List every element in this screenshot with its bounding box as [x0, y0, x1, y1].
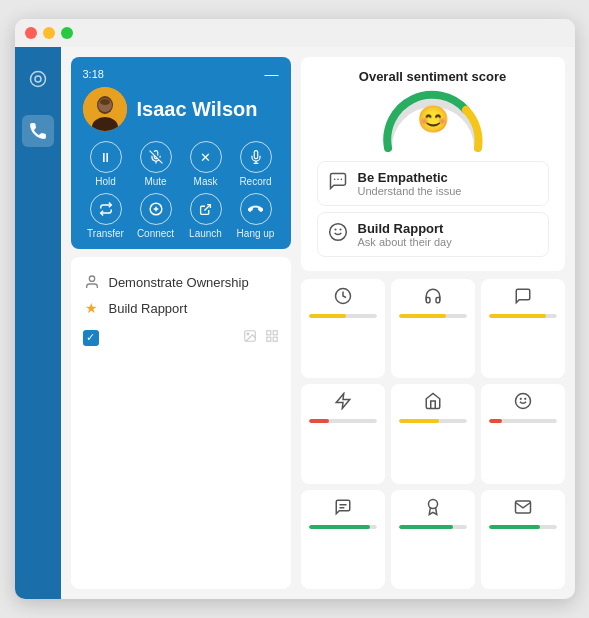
- metric-email: [481, 490, 565, 589]
- sidebar-icon-phone[interactable]: [22, 115, 54, 147]
- right-panel: Overall sentiment score 😊: [301, 57, 565, 589]
- metrics-grid: [301, 279, 565, 589]
- smile-icon: [514, 392, 532, 415]
- svg-point-6: [100, 99, 110, 105]
- sentiment-card: Overall sentiment score 😊: [301, 57, 565, 271]
- email-bar: [489, 525, 557, 529]
- svg-point-1: [35, 76, 41, 82]
- suggestions-footer: ✓: [83, 329, 279, 346]
- metric-badge: [391, 490, 475, 589]
- metric-chat: [481, 279, 565, 378]
- gauge-container: 😊: [378, 90, 488, 155]
- suggestion-rapport-label: Build Rapport: [109, 301, 188, 316]
- badge-bar: [399, 525, 467, 529]
- mask-icon: ✕: [190, 141, 222, 173]
- home-metric-icon: [424, 392, 442, 415]
- caller-info: Isaac Wilson: [83, 87, 279, 131]
- metric-bolt: [301, 384, 385, 483]
- rapport-text: Build Rapport Ask about their day: [358, 221, 452, 248]
- left-panel: 3:18 — Isaac: [71, 57, 291, 589]
- launch-icon: [190, 193, 222, 225]
- svg-point-15: [89, 276, 94, 281]
- suggestion-item-rapport: ★ Build Rapport: [83, 295, 279, 321]
- svg-rect-19: [273, 331, 277, 335]
- suggestion-item-ownership: Demonstrate Ownership: [83, 269, 279, 295]
- metric-headset: [391, 279, 475, 378]
- rapport-star-icon: ★: [83, 299, 101, 317]
- svg-point-30: [428, 499, 437, 508]
- metric-time: [301, 279, 385, 378]
- hangup-button[interactable]: Hang up: [233, 193, 279, 239]
- svg-point-17: [247, 333, 249, 335]
- mask-label: Mask: [194, 176, 218, 187]
- call-timer-dash: —: [265, 67, 279, 81]
- headset-icon: [424, 287, 442, 310]
- metric-speech: [301, 490, 385, 589]
- svg-marker-26: [336, 394, 350, 409]
- app-window: 3:18 — Isaac: [15, 19, 575, 599]
- time-icon: [334, 287, 352, 310]
- svg-rect-18: [266, 331, 270, 335]
- main-content: 3:18 — Isaac: [61, 47, 575, 599]
- time-bar: [309, 314, 377, 318]
- transfer-button[interactable]: Transfer: [83, 193, 129, 239]
- hold-icon: ⏸: [90, 141, 122, 173]
- svg-line-14: [204, 204, 210, 210]
- email-icon: [514, 498, 532, 521]
- svg-point-0: [30, 72, 45, 87]
- mask-button[interactable]: ✕ Mask: [183, 141, 229, 187]
- maximize-dot[interactable]: [61, 27, 73, 39]
- connect-icon: [140, 193, 172, 225]
- record-button[interactable]: Record: [233, 141, 279, 187]
- mute-label: Mute: [144, 176, 166, 187]
- sentiment-face: 😊: [417, 106, 449, 132]
- svg-rect-20: [266, 337, 270, 341]
- image-icon: [243, 329, 257, 346]
- ownership-icon: [83, 273, 101, 291]
- footer-icons: [243, 329, 279, 346]
- call-actions: ⏸ Hold: [83, 141, 279, 239]
- sidebar: [15, 47, 61, 599]
- launch-label: Launch: [189, 228, 222, 239]
- chat-bar: [489, 314, 557, 318]
- rapport-subtitle: Ask about their day: [358, 236, 452, 248]
- record-label: Record: [239, 176, 271, 187]
- call-card: 3:18 — Isaac: [71, 57, 291, 249]
- suggestions-card: Demonstrate Ownership ★ Build Rapport ✓: [71, 257, 291, 589]
- call-timer-row: 3:18 —: [83, 67, 279, 81]
- checkbox-checked[interactable]: ✓: [83, 330, 99, 346]
- caller-name: Isaac Wilson: [137, 98, 258, 121]
- sidebar-icon-home[interactable]: [22, 63, 54, 95]
- minimize-dot[interactable]: [43, 27, 55, 39]
- smile-bar: [489, 419, 557, 423]
- mute-button[interactable]: Mute: [133, 141, 179, 187]
- metric-smile: [481, 384, 565, 483]
- record-icon: [240, 141, 272, 173]
- grid-icon: [265, 329, 279, 346]
- connect-button[interactable]: Connect: [133, 193, 179, 239]
- transfer-label: Transfer: [87, 228, 124, 239]
- bolt-bar: [309, 419, 377, 423]
- speech-icon: [334, 498, 352, 521]
- svg-point-22: [329, 224, 346, 241]
- empathetic-subtitle: Understand the issue: [358, 185, 462, 197]
- rapport-icon: [328, 222, 348, 247]
- chat-icon: [514, 287, 532, 310]
- close-dot[interactable]: [25, 27, 37, 39]
- mute-icon: [140, 141, 172, 173]
- caller-avatar: [83, 87, 127, 131]
- behavior-rapport: Build Rapport Ask about their day: [317, 212, 549, 257]
- hold-button[interactable]: ⏸ Hold: [83, 141, 129, 187]
- bolt-icon: [334, 392, 352, 415]
- call-timer-display: 3:18: [83, 68, 104, 80]
- svg-rect-21: [273, 337, 277, 341]
- empathetic-title: Be Empathetic: [358, 170, 462, 185]
- launch-button[interactable]: Launch: [183, 193, 229, 239]
- empathetic-icon: [328, 171, 348, 196]
- headset-bar: [399, 314, 467, 318]
- behavior-empathetic: Be Empathetic Understand the issue: [317, 161, 549, 206]
- home-bar: [399, 419, 467, 423]
- badge-icon: [424, 498, 442, 521]
- title-bar: [15, 19, 575, 47]
- speech-bar: [309, 525, 377, 529]
